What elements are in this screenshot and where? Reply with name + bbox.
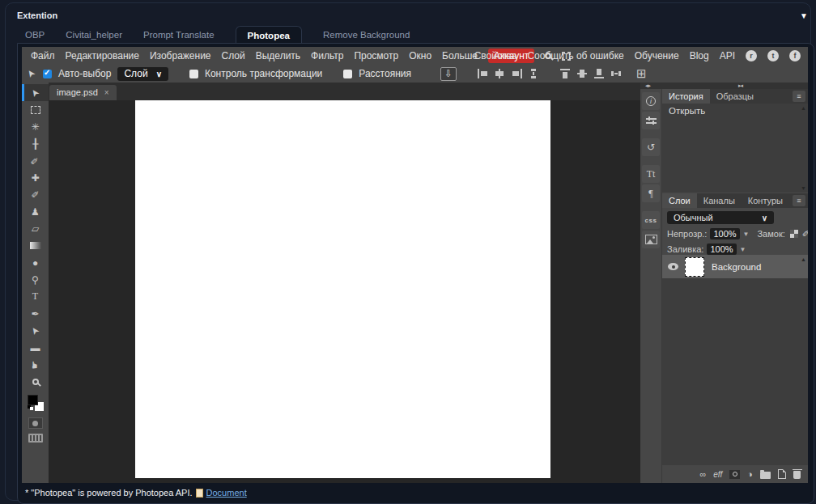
hand-tool[interactable]: ☛ [22, 356, 49, 373]
magic-wand-tool[interactable]: ✳ [22, 118, 49, 135]
character-panel-button[interactable]: Tt [642, 165, 660, 183]
adjustments-panel-button[interactable] [642, 112, 660, 129]
crop-tool[interactable]: ╂ [22, 135, 49, 152]
align-bottom-icon[interactable] [594, 69, 605, 78]
arrange-grid-icon[interactable]: ⊞ [636, 66, 647, 81]
menu-api[interactable]: API [720, 50, 735, 61]
move-tool[interactable]: ➤ [22, 84, 49, 101]
scroll-up-icon[interactable]: ▲ [801, 105, 806, 111]
twitter-icon[interactable]: t [767, 50, 779, 61]
default-colors-icon[interactable] [28, 405, 33, 410]
layer-thumbnail[interactable] [685, 257, 704, 277]
tab-obp[interactable]: OBP [25, 26, 45, 44]
fill-value[interactable]: 100% [707, 244, 736, 255]
new-layer-icon[interactable] [778, 469, 786, 479]
menu-layer[interactable]: Слой [222, 50, 245, 61]
document-tab[interactable]: image.psd × [49, 85, 117, 100]
facebook-icon[interactable]: f [789, 50, 801, 61]
align-right-icon[interactable] [512, 69, 522, 78]
fill-slider-icon[interactable]: ▼ [740, 246, 746, 253]
history-step-open[interactable]: Открыть [662, 104, 808, 118]
opacity-slider-icon[interactable]: ▼ [743, 231, 750, 238]
tab-layers[interactable]: Слои [662, 193, 697, 208]
visibility-eye-icon[interactable] [668, 263, 678, 270]
rectangle-tool[interactable]: ▬ [22, 339, 49, 356]
scroll-down-icon[interactable]: ▼ [801, 185, 806, 191]
close-icon[interactable]: × [104, 88, 109, 97]
accordion-collapse-icon[interactable]: ▼ [800, 11, 808, 20]
add-mask-icon[interactable] [729, 470, 740, 479]
menu-edit[interactable]: Редактирование [66, 50, 139, 61]
type-tool[interactable]: T [22, 288, 49, 305]
color-swatches[interactable] [28, 395, 44, 411]
lock-transparency-icon[interactable] [790, 230, 798, 238]
tab-prompt-translate[interactable]: Prompt Translate [143, 26, 215, 44]
tab-paths[interactable]: Контуры [742, 193, 789, 208]
tab-remove-background[interactable]: Remove Background [323, 26, 410, 44]
tab-photopea[interactable]: Photopea [236, 26, 302, 44]
collapse-right-icon[interactable]: ▸◂ [738, 83, 742, 89]
target-mode-dropdown[interactable]: Слой ∨ [117, 67, 168, 81]
align-middle-icon[interactable] [577, 69, 588, 78]
layer-row-background[interactable]: Background [662, 255, 808, 278]
tab-civitai-helper[interactable]: Civitai_helper [66, 26, 122, 44]
brush-tool[interactable]: ✐ [22, 186, 49, 203]
tab-channels[interactable]: Каналы [697, 193, 742, 208]
menu-image[interactable]: Изображение [150, 50, 211, 61]
menu-more[interactable]: Больше [442, 50, 478, 61]
clone-stamp-tool[interactable]: ♟ [22, 203, 49, 220]
menu-properties[interactable]: Свойства [474, 50, 517, 61]
eraser-tool[interactable]: ▱ [22, 220, 49, 237]
tab-history[interactable]: История [662, 89, 710, 104]
menu-filter[interactable]: Фильтр [311, 50, 343, 61]
delete-layer-icon[interactable] [793, 471, 801, 479]
menu-report-bug[interactable]: Сообщить об ошибке [527, 50, 623, 61]
reddit-icon[interactable]: r [746, 50, 757, 61]
keyboard-shortcuts-button[interactable] [28, 434, 43, 443]
eyedropper-tool[interactable]: ✎ [22, 152, 49, 169]
blur-tool[interactable]: ● [22, 254, 49, 271]
menu-view[interactable]: Просмотр [354, 50, 398, 61]
collapse-left-icon[interactable]: ◂▸ [645, 83, 651, 89]
menu-window[interactable]: Окно [409, 50, 431, 61]
document-canvas[interactable] [135, 100, 550, 478]
scroll-up-icon[interactable]: ▲ [801, 256, 806, 262]
path-select-tool[interactable]: ➤ [22, 322, 49, 339]
align-top-icon[interactable] [560, 69, 571, 78]
history-brush-button[interactable]: ↺ [642, 138, 660, 156]
document-link[interactable]: Document [206, 488, 247, 498]
blend-mode-dropdown[interactable]: Обычный ∨ [667, 211, 774, 224]
place-image-button[interactable]: ⇩ [440, 67, 457, 81]
tab-swatches[interactable]: Образцы [710, 89, 760, 104]
spot-heal-tool[interactable]: ✚ [22, 169, 49, 186]
menu-learn[interactable]: Обучение [635, 50, 679, 61]
new-group-icon[interactable] [760, 472, 771, 479]
transform-controls-checkbox[interactable] [189, 70, 198, 78]
dodge-tool[interactable]: ⚲ [22, 271, 49, 288]
distances-checkbox[interactable] [343, 70, 352, 78]
canvas-workspace[interactable] [49, 100, 640, 483]
zoom-tool[interactable] [22, 373, 49, 390]
adjustment-layer-icon[interactable]: ◑ [747, 469, 753, 479]
auto-select-checkbox[interactable] [43, 70, 52, 78]
link-layers-icon[interactable]: ∞ [699, 469, 706, 479]
quick-mask-button[interactable] [28, 417, 43, 429]
pen-tool[interactable]: ✒ [22, 305, 49, 322]
foreground-color-swatch[interactable] [28, 395, 38, 405]
lock-pixels-icon[interactable]: ✐ [802, 229, 808, 239]
menu-blog[interactable]: Blog [690, 50, 709, 61]
css-panel-button[interactable]: css [642, 211, 660, 229]
align-center-icon[interactable] [495, 69, 505, 78]
history-menu-icon[interactable]: ≡ [793, 91, 805, 102]
image-panel-button[interactable] [642, 231, 660, 248]
paragraph-panel-button[interactable]: ¶ [642, 184, 660, 202]
distribute-horizontal-icon[interactable] [611, 69, 622, 78]
info-panel-button[interactable]: i [642, 92, 660, 110]
gradient-tool[interactable] [22, 237, 49, 254]
align-left-icon[interactable] [478, 69, 488, 78]
distribute-vertical-icon[interactable] [529, 69, 539, 78]
menu-select[interactable]: Выделить [256, 50, 300, 61]
select-tool[interactable] [22, 101, 49, 118]
layer-effects-icon[interactable]: eff [713, 470, 722, 479]
layers-menu-icon[interactable]: ≡ [793, 195, 805, 206]
